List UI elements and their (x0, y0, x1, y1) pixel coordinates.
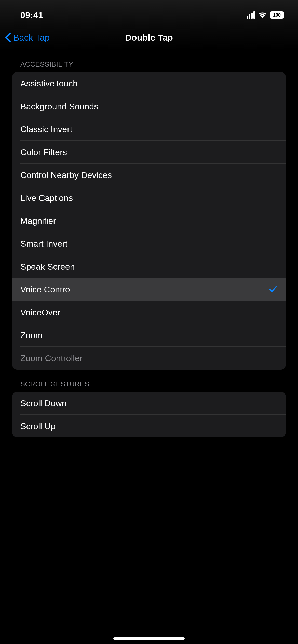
battery-indicator: 100 (270, 11, 285, 19)
navigation-bar: Back Tap Double Tap (0, 25, 298, 50)
back-label: Back Tap (13, 33, 50, 43)
status-bar: 09:41 100 (0, 0, 298, 25)
content-area[interactable]: ACCESSIBILITY AssistiveTouchBackground S… (0, 50, 298, 437)
list-item-control-nearby-devices[interactable]: Control Nearby Devices (12, 164, 286, 186)
list-group-scroll-gestures: Scroll DownScroll Up (12, 392, 286, 437)
list-item-label: Classic Invert (20, 124, 72, 134)
list-item-live-captions[interactable]: Live Captions (12, 186, 286, 209)
list-item-scroll-up[interactable]: Scroll Up (12, 415, 286, 437)
list-item-color-filters[interactable]: Color Filters (12, 141, 286, 164)
list-item-label: Magnifier (20, 216, 56, 226)
list-item-speak-screen[interactable]: Speak Screen (12, 255, 286, 278)
battery-percentage: 100 (273, 12, 281, 18)
cellular-signal-icon (247, 11, 255, 19)
list-item-label: Voice Control (20, 285, 72, 295)
list-item-label: Live Captions (20, 193, 73, 203)
list-item-magnifier[interactable]: Magnifier (12, 209, 286, 232)
back-button[interactable]: Back Tap (5, 33, 50, 43)
list-item-zoom[interactable]: Zoom (12, 324, 286, 347)
status-icons: 100 (247, 11, 285, 19)
checkmark-icon (268, 285, 278, 294)
list-item-label: Control Nearby Devices (20, 170, 112, 180)
list-item-label: Zoom (20, 330, 43, 340)
list-item-voice-control[interactable]: Voice Control (12, 278, 286, 301)
list-item-background-sounds[interactable]: Background Sounds (12, 95, 286, 118)
list-item-classic-invert[interactable]: Classic Invert (12, 118, 286, 141)
list-item-zoom-controller: Zoom Controller (12, 347, 286, 370)
list-item-label: Scroll Up (20, 421, 56, 431)
home-indicator[interactable] (113, 637, 185, 640)
wifi-icon (258, 12, 267, 18)
list-item-label: Smart Invert (20, 239, 67, 249)
list-item-voiceover[interactable]: VoiceOver (12, 301, 286, 324)
list-item-label: VoiceOver (20, 308, 60, 317)
page-title: Double Tap (125, 33, 173, 43)
list-item-label: Zoom Controller (20, 353, 83, 363)
list-item-label: Color Filters (20, 147, 67, 157)
list-item-smart-invert[interactable]: Smart Invert (12, 232, 286, 255)
status-time: 09:41 (20, 10, 43, 20)
section-header-scroll-gestures: SCROLL GESTURES (12, 370, 286, 392)
section-header-accessibility: ACCESSIBILITY (12, 50, 286, 72)
list-item-label: Background Sounds (20, 101, 98, 111)
list-item-label: Scroll Down (20, 398, 66, 408)
list-item-label: Speak Screen (20, 262, 75, 272)
list-group-accessibility: AssistiveTouchBackground SoundsClassic I… (12, 72, 286, 370)
chevron-left-icon (5, 33, 11, 43)
list-item-assistivetouch[interactable]: AssistiveTouch (12, 72, 286, 95)
list-item-scroll-down[interactable]: Scroll Down (12, 392, 286, 415)
list-item-label: AssistiveTouch (20, 79, 78, 89)
